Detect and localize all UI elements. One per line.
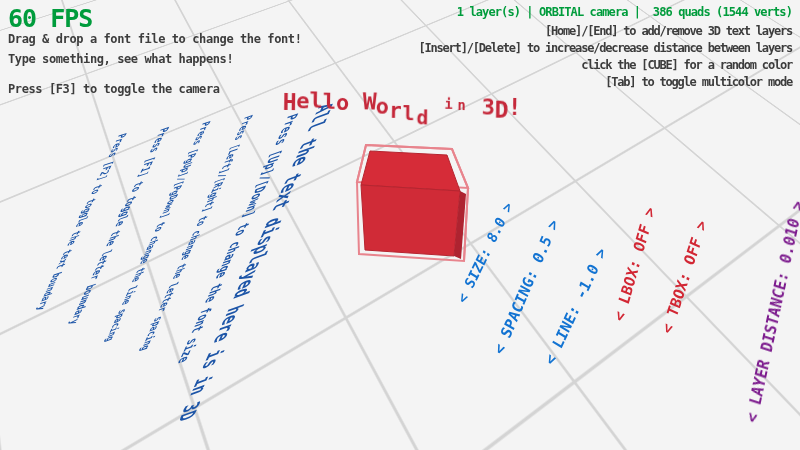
hint-layers-keys: [Home]/[End] to add/remove 3D text layer… <box>545 24 792 38</box>
hint-layer-distance: [Insert]/[Delete] to increase/decrease d… <box>418 41 792 55</box>
hint-camera-f3: Press [F3] to toggle the camera <box>8 82 220 96</box>
cube-front-face <box>361 185 460 256</box>
fps-counter: 60 FPS <box>8 4 92 33</box>
hint-type: Type something, see what happens! <box>8 52 233 66</box>
stats-line: 1 layer(s) | ORBITAL camera | 386 quads … <box>457 5 792 19</box>
cube-top-face <box>361 151 460 191</box>
cube[interactable] <box>340 133 480 273</box>
hint-cube-click: click the [CUBE] for a random color <box>581 58 792 72</box>
hint-drag-drop: Drag & drop a font file to change the fo… <box>8 32 301 46</box>
hint-multicolor-tab: [Tab] to toggle multicolor mode <box>605 75 792 89</box>
title-text-3d: Hello World in 3D! <box>283 90 522 116</box>
